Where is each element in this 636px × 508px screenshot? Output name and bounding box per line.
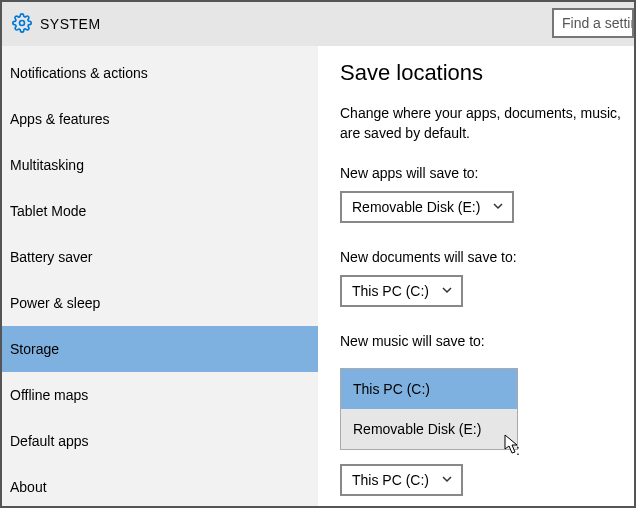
sidebar-item-label: Notifications & actions xyxy=(10,65,148,81)
page-description-line: are saved by default. xyxy=(340,125,470,141)
dropdown-option[interactable]: Removable Disk (E:) xyxy=(341,409,517,449)
sidebar-item-offline-maps[interactable]: Offline maps xyxy=(2,372,318,418)
search-placeholder: Find a setting xyxy=(562,15,634,31)
sidebar-item-power-sleep[interactable]: Power & sleep xyxy=(2,280,318,326)
sidebar-item-notifications[interactable]: Notifications & actions xyxy=(2,50,318,96)
header-title: SYSTEM xyxy=(40,16,101,32)
page-description: Change where your apps, documents, music… xyxy=(340,104,634,143)
sidebar-item-label: Tablet Mode xyxy=(10,203,86,219)
sidebar: Notifications & actions Apps & features … xyxy=(2,46,318,506)
dropdown-extra[interactable]: This PC (C:) xyxy=(340,464,463,496)
page-title: Save locations xyxy=(340,60,634,86)
sidebar-item-apps-features[interactable]: Apps & features xyxy=(2,96,318,142)
sidebar-item-default-apps[interactable]: Default apps xyxy=(2,418,318,464)
sidebar-item-tablet-mode[interactable]: Tablet Mode xyxy=(2,188,318,234)
sidebar-item-multitasking[interactable]: Multitasking xyxy=(2,142,318,188)
sidebar-item-about[interactable]: About xyxy=(2,464,318,506)
sidebar-item-label: Power & sleep xyxy=(10,295,100,311)
section-label-music: New music will save to: xyxy=(340,333,634,349)
section-label-documents: New documents will save to: xyxy=(340,249,634,265)
sidebar-item-label: Multitasking xyxy=(10,157,84,173)
section-label-apps: New apps will save to: xyxy=(340,165,634,181)
sidebar-item-label: Default apps xyxy=(10,433,89,449)
body: Notifications & actions Apps & features … xyxy=(2,46,634,506)
dropdown-new-apps[interactable]: Removable Disk (E:) xyxy=(340,191,514,223)
dropdown-new-documents[interactable]: This PC (C:) xyxy=(340,275,463,307)
sidebar-item-label: About xyxy=(10,479,47,495)
truncated-label: : xyxy=(516,442,520,458)
dropdown-option-label: Removable Disk (E:) xyxy=(353,421,481,437)
gear-icon xyxy=(12,13,32,36)
sidebar-item-battery-saver[interactable]: Battery saver xyxy=(2,234,318,280)
dropdown-value: This PC (C:) xyxy=(352,472,429,488)
dropdown-value: This PC (C:) xyxy=(352,283,429,299)
chevron-down-icon xyxy=(441,283,453,299)
sidebar-item-label: Apps & features xyxy=(10,111,110,127)
dropdown-option[interactable]: This PC (C:) xyxy=(341,369,517,409)
dropdown-value: Removable Disk (E:) xyxy=(352,199,480,215)
chevron-down-icon xyxy=(492,199,504,215)
chevron-down-icon xyxy=(441,472,453,488)
header-bar: SYSTEM Find a setting xyxy=(2,2,634,46)
svg-point-0 xyxy=(20,20,25,25)
page-description-line: Change where your apps, documents, music… xyxy=(340,105,621,121)
dropdown-popup-music: This PC (C:) Removable Disk (E:) xyxy=(340,368,518,450)
content: Save locations Change where your apps, d… xyxy=(318,46,634,506)
sidebar-item-storage[interactable]: Storage xyxy=(2,326,318,372)
sidebar-item-label: Battery saver xyxy=(10,249,92,265)
dropdown-option-label: This PC (C:) xyxy=(353,381,430,397)
search-input[interactable]: Find a setting xyxy=(552,8,634,38)
sidebar-item-label: Storage xyxy=(10,341,59,357)
sidebar-item-label: Offline maps xyxy=(10,387,88,403)
